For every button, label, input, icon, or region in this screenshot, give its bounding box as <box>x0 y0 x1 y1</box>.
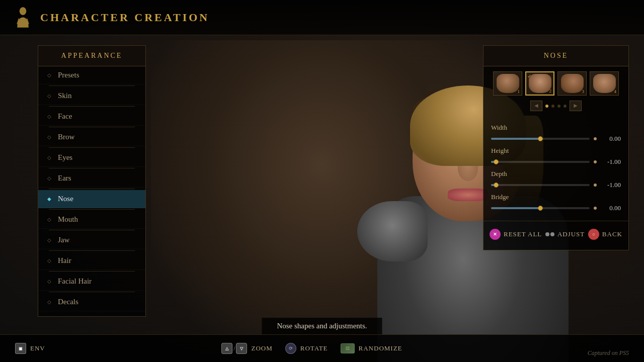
bridge-value: 0.00 <box>601 204 621 212</box>
nose-preset-4-image <box>593 74 616 93</box>
next-page-button[interactable]: ► <box>570 101 582 111</box>
nose-preset-1[interactable]: 1 <box>493 71 522 96</box>
svg-point-0 <box>19 7 26 15</box>
sidebar-item-decals[interactable]: ◇ Decals <box>38 293 145 311</box>
height-label: Height <box>491 147 621 155</box>
bottom-left-controls: ▣ ENV <box>15 343 45 354</box>
bullet-mouth: ◇ <box>46 216 53 223</box>
depth-slider-row: -1.00 <box>491 181 621 189</box>
adjust-label[interactable]: ADJUST <box>557 230 585 238</box>
sidebar-item-facial-hair[interactable]: ◇ Facial Hair <box>38 273 145 291</box>
adjust-group: ADJUST <box>545 230 585 238</box>
bullet-face: ◇ <box>46 113 53 120</box>
sidebar-item-skin[interactable]: ◇ Skin <box>38 87 145 105</box>
preset-num-4: 4 <box>614 89 617 94</box>
menu-label-skin: Skin <box>58 92 72 100</box>
adjust-icon <box>545 232 554 236</box>
height-indicator <box>594 160 597 163</box>
nose-sliders: Width 0.00 Height -1.00 Depth <box>484 117 628 215</box>
width-slider-track[interactable] <box>491 138 590 140</box>
back-label[interactable]: BACK <box>602 230 622 238</box>
preset-pagination: ◄ ► <box>484 98 628 117</box>
sidebar-item-face[interactable]: ◇ Face <box>38 108 145 126</box>
menu-label-eyes: Eyes <box>58 153 72 162</box>
preset-num-1: 1 <box>518 89 520 94</box>
panel-actions: ✕ RESET ALL ADJUST ○ BACK <box>484 221 628 242</box>
appearance-panel: APPEARANCE ◇ Presets ◇ Skin ◇ Face ◇ Bro… <box>38 45 146 317</box>
back-group: ○ BACK <box>588 229 622 240</box>
tooltip-bar: Nose shapes and adjustments. <box>262 318 382 334</box>
character-area <box>151 40 493 352</box>
bullet-nose: ◆ <box>46 196 53 203</box>
width-label: Width <box>491 124 621 132</box>
preset-num-2: 2 <box>549 88 552 94</box>
nose-panel: NOSE 1 2 ✓ 3 4 ◄ ► Width <box>483 45 629 250</box>
page-dot-2 <box>551 105 554 108</box>
person-icon <box>14 6 32 29</box>
zoom-btn-1[interactable]: △ <box>221 343 232 354</box>
bridge-slider-row: 0.00 <box>491 204 621 212</box>
nose-preset-2[interactable]: 2 ✓ <box>525 71 554 96</box>
bridge-slider-thumb[interactable] <box>538 206 543 211</box>
sidebar-item-nose[interactable]: ◆ Nose <box>38 190 145 208</box>
bottom-center-controls: △ / ▽ ZOOM ⟳ ROTATE ⚄ RANDOMIZE <box>221 343 402 354</box>
preset-num-3: 3 <box>582 89 585 94</box>
randomize-group: ⚄ RANDOMIZE <box>341 343 403 353</box>
bridge-slider-track[interactable] <box>491 207 590 209</box>
menu-label-ears: Ears <box>58 174 71 183</box>
title-bar: CHARACTER CREATION <box>0 0 644 35</box>
rotate-label: ROTATE <box>300 344 328 352</box>
height-slider-thumb[interactable] <box>494 159 499 164</box>
sidebar-item-presets[interactable]: ◇ Presets <box>38 66 145 84</box>
tooltip-text: Nose shapes and adjustments. <box>277 322 367 330</box>
rotate-icon[interactable]: ⟳ <box>285 343 296 354</box>
zoom-btn-2[interactable]: ▽ <box>236 343 247 354</box>
page-dot-4 <box>564 105 567 108</box>
nose-preset-1-image <box>497 74 519 93</box>
height-slider-track[interactable] <box>491 161 590 163</box>
selected-indicator: ✓ <box>527 73 531 79</box>
reset-all-label[interactable]: RESET ALL <box>504 230 542 238</box>
nose-header: NOSE <box>484 46 628 66</box>
depth-slider-track[interactable] <box>491 184 590 186</box>
zoom-label: ZOOM <box>251 344 272 352</box>
randomize-label: RANDOMIZE <box>359 344 403 352</box>
bullet-presets: ◇ <box>46 72 53 79</box>
bullet-jaw: ◇ <box>46 237 53 244</box>
width-slider-fill <box>491 138 540 140</box>
page-title: CHARACTER CREATION <box>40 11 209 24</box>
rotate-group: ⟳ ROTATE <box>285 343 328 354</box>
sidebar-item-brow[interactable]: ◇ Brow <box>38 128 145 146</box>
nose-preset-3[interactable]: 3 <box>557 71 587 96</box>
character-creation-icon <box>13 5 33 30</box>
zoom-icons: △ / ▽ <box>221 343 247 354</box>
bullet-facial-hair: ◇ <box>46 278 53 285</box>
width-slider-row: 0.00 <box>491 135 621 143</box>
nose-preset-4[interactable]: 4 <box>590 71 619 96</box>
bullet-ears: ◇ <box>46 175 53 182</box>
depth-indicator <box>594 184 597 187</box>
depth-label: Depth <box>491 170 621 178</box>
character-shoulder <box>357 201 428 261</box>
randomize-icon[interactable]: ⚄ <box>341 343 355 353</box>
menu-label-jaw: Jaw <box>58 236 69 244</box>
sidebar-item-eyes[interactable]: ◇ Eyes <box>38 149 145 167</box>
depth-value: -1.00 <box>601 181 621 189</box>
sidebar-item-jaw[interactable]: ◇ Jaw <box>38 231 145 249</box>
env-button-icon[interactable]: ▣ <box>15 343 26 354</box>
sidebar-item-hair[interactable]: ◇ Hair <box>38 252 145 270</box>
reset-all-group: ✕ RESET ALL <box>490 229 542 240</box>
nose-presets-row: 1 2 ✓ 3 4 <box>484 66 628 98</box>
nose-preset-2-image <box>529 74 551 93</box>
bullet-brow: ◇ <box>46 134 53 141</box>
page-dot-3 <box>557 105 560 108</box>
depth-slider-thumb[interactable] <box>494 183 499 188</box>
bridge-slider-fill <box>491 207 540 209</box>
sidebar-item-mouth[interactable]: ◇ Mouth <box>38 211 145 229</box>
menu-label-presets: Presets <box>58 71 79 79</box>
menu-label-brow: Brow <box>58 133 74 141</box>
width-slider-thumb[interactable] <box>538 136 543 141</box>
prev-page-button[interactable]: ◄ <box>530 101 542 111</box>
sidebar-item-ears[interactable]: ◇ Ears <box>38 169 145 188</box>
appearance-header: APPEARANCE <box>38 46 145 66</box>
